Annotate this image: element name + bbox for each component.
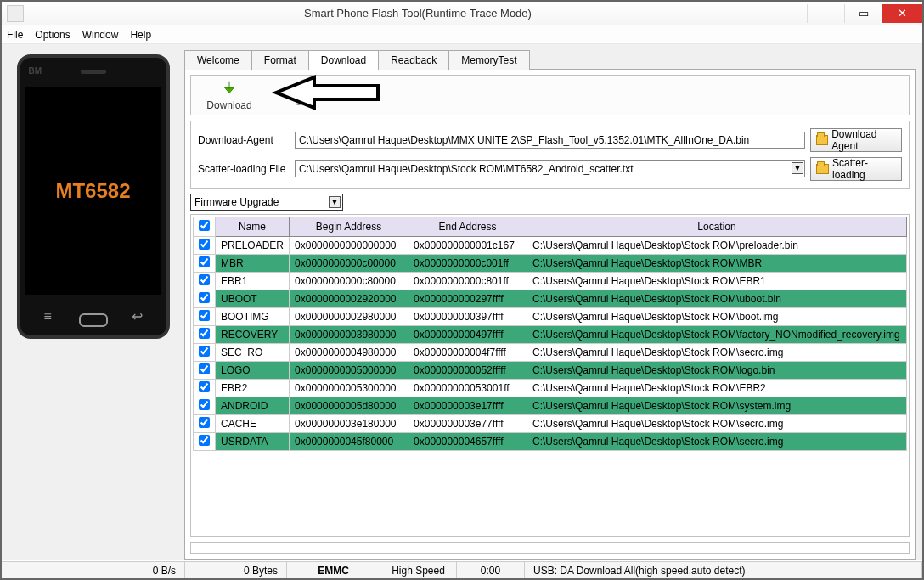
menu-file[interactable]: File <box>7 29 23 41</box>
table-row[interactable]: EBR20x00000000053000000x00000000053001ff… <box>194 380 907 397</box>
table-row[interactable]: EBR10x0000000000c800000x0000000000c801ff… <box>194 273 907 290</box>
cell-location: C:\Users\Qamrul Haque\Desktop\Stock ROM\… <box>527 326 907 344</box>
cell-begin: 0x0000000002920000 <box>290 290 408 308</box>
scatter-combo-arrow-icon[interactable]: ▼ <box>792 162 803 174</box>
cell-begin: 0x0000000000000000 <box>290 237 408 255</box>
table-row[interactable]: SEC_RO0x00000000049800000x00000000004f7f… <box>194 344 907 362</box>
phone-menu-icon: ≡ <box>44 309 52 324</box>
window-title: Smart Phone Flash Tool(Runtime Trace Mod… <box>29 7 807 20</box>
cell-name: LOGO <box>216 362 290 380</box>
row-checkbox[interactable] <box>199 435 210 446</box>
menu-options[interactable]: Options <box>35 29 70 41</box>
da-path-input[interactable] <box>295 132 805 149</box>
table-row[interactable]: MBR0x0000000000c000000x0000000000c001ffC… <box>194 255 907 273</box>
scatter-loading-button[interactable]: Scatter-loading <box>810 157 902 181</box>
tab-readback[interactable]: Readback <box>378 50 449 70</box>
close-button[interactable]: ✕ <box>882 4 922 23</box>
download-agent-button-label: Download Agent <box>831 128 896 152</box>
row-checkbox[interactable] <box>199 417 210 428</box>
cell-location: C:\Users\Qamrul Haque\Desktop\Stock ROM\… <box>527 344 907 362</box>
cell-location: C:\Users\Qamrul Haque\Desktop\Stock ROM\… <box>527 362 907 380</box>
tab-welcome[interactable]: Welcome <box>184 50 252 70</box>
status-mode: High Speed <box>380 562 457 578</box>
cell-end: 0x000000003e17ffff <box>408 397 527 415</box>
row-checkbox[interactable] <box>199 346 210 357</box>
folder-icon <box>816 164 829 174</box>
table-row[interactable]: LOGO0x00000000050000000x000000000052ffff… <box>194 362 907 380</box>
header-checkbox[interactable] <box>199 220 210 231</box>
row-checkbox[interactable] <box>199 256 210 267</box>
table-row[interactable]: ANDROID0x0000000005d800000x000000003e17f… <box>194 397 907 415</box>
download-agent-button[interactable]: Download Agent <box>810 128 902 152</box>
col-end[interactable]: End Address <box>408 217 527 237</box>
cell-begin: 0x0000000005000000 <box>290 362 408 380</box>
cell-begin: 0x0000000005300000 <box>290 380 408 397</box>
cell-name: UBOOT <box>216 290 290 308</box>
col-name[interactable]: Name <box>216 217 290 237</box>
cell-location: C:\Users\Qamrul Haque\Desktop\Stock ROM\… <box>527 433 907 451</box>
menu-window[interactable]: Window <box>82 29 119 41</box>
cell-location: C:\Users\Qamrul Haque\Desktop\Stock ROM\… <box>527 255 907 273</box>
cell-name: ANDROID <box>216 397 290 415</box>
minimize-button[interactable]: — <box>807 4 844 23</box>
stop-button-label: Stop <box>296 96 317 108</box>
cell-name: EBR1 <box>216 273 290 290</box>
status-time: 0:00 <box>457 562 525 578</box>
cell-name: RECOVERY <box>216 326 290 344</box>
col-location[interactable]: Location <box>527 217 907 237</box>
flash-mode-dropdown[interactable]: Firmware Upgrade ▼ <box>190 194 343 211</box>
row-checkbox[interactable] <box>199 363 210 374</box>
cell-end: 0x000000000297ffff <box>408 290 527 308</box>
col-begin[interactable]: Begin Address <box>290 217 408 237</box>
cell-name: BOOTIMG <box>216 308 290 326</box>
table-row[interactable]: PRELOADER0x00000000000000000x00000000000… <box>194 237 907 255</box>
phone-home-icon <box>79 313 108 327</box>
tab-memorytest[interactable]: MemoryTest <box>448 50 529 70</box>
row-checkbox[interactable] <box>199 274 210 285</box>
row-checkbox[interactable] <box>199 381 210 392</box>
cell-end: 0x00000000004f7ffff <box>408 344 527 362</box>
cell-begin: 0x000000003e180000 <box>290 415 408 433</box>
table-row[interactable]: BOOTIMG0x00000000029800000x000000000397f… <box>194 308 907 326</box>
phone-speaker <box>81 70 106 74</box>
cell-end: 0x000000003e77ffff <box>408 415 527 433</box>
toolbar: Download Stop <box>190 75 910 115</box>
scatter-path-input[interactable] <box>295 160 805 177</box>
tab-format[interactable]: Format <box>251 50 309 70</box>
dropdown-arrow-icon: ▼ <box>329 196 341 208</box>
status-storage: EMMC <box>287 562 380 578</box>
download-button[interactable]: Download <box>191 79 268 111</box>
cell-end: 0x000000000001c167 <box>408 237 527 255</box>
paths-panel: Download-Agent Download Agent Scatter-lo… <box>190 121 910 189</box>
tab-download[interactable]: Download <box>308 50 379 70</box>
menu-bar: File Options Window Help <box>2 25 922 44</box>
cell-location: C:\Users\Qamrul Haque\Desktop\Stock ROM\… <box>527 237 907 255</box>
table-row[interactable]: RECOVERY0x00000000039800000x000000000497… <box>194 326 907 344</box>
row-checkbox[interactable] <box>199 292 210 303</box>
cell-end: 0x0000000000c801ff <box>408 273 527 290</box>
menu-help[interactable]: Help <box>130 29 151 41</box>
cell-location: C:\Users\Qamrul Haque\Desktop\Stock ROM\… <box>527 415 907 433</box>
row-checkbox[interactable] <box>199 239 210 250</box>
cell-name: PRELOADER <box>216 237 290 255</box>
progress-area <box>190 542 910 554</box>
table-row[interactable]: UBOOT0x00000000029200000x000000000297fff… <box>194 290 907 308</box>
cell-name: USRDATA <box>216 433 290 451</box>
cell-name: CACHE <box>216 415 290 433</box>
row-checkbox[interactable] <box>199 399 210 410</box>
cell-name: EBR2 <box>216 380 290 397</box>
cell-begin: 0x0000000002980000 <box>290 308 408 326</box>
cell-name: MBR <box>216 255 290 273</box>
cell-name: SEC_RO <box>216 344 290 362</box>
table-row[interactable]: CACHE0x000000003e1800000x000000003e77fff… <box>194 415 907 433</box>
cell-end: 0x000000000052fffff <box>408 362 527 380</box>
phone-mock: BM MT6582 ≡ ↩ <box>17 54 170 339</box>
table-row[interactable]: USRDATA0x0000000045f800000x000000004657f… <box>194 433 907 451</box>
phone-preview-panel: BM MT6582 ≡ ↩ <box>2 44 184 560</box>
row-checkbox[interactable] <box>199 328 210 339</box>
row-checkbox[interactable] <box>199 310 210 321</box>
maximize-button[interactable]: ▭ <box>844 4 882 23</box>
stop-button[interactable]: Stop <box>268 79 344 111</box>
cell-end: 0x0000000000c001ff <box>408 255 527 273</box>
status-bar: 0 B/s 0 Bytes EMMC High Speed 0:00 USB: … <box>2 561 922 578</box>
